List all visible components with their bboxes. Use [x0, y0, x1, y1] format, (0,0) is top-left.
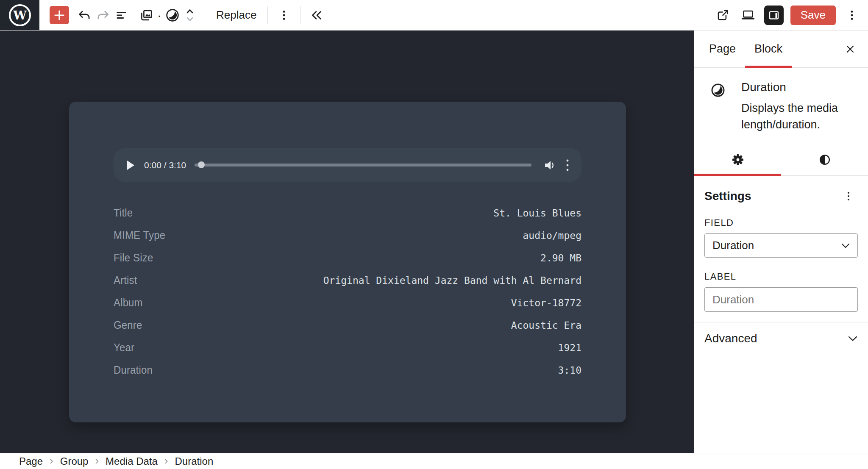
advanced-label: Advanced [704, 332, 757, 345]
media-metadata-table: Title St. Louis Blues MIME Type audio/mp… [114, 202, 581, 381]
row-label: Album [114, 296, 143, 309]
document-overview-button[interactable] [112, 6, 131, 25]
close-icon [844, 43, 857, 56]
editor-canvas: 0:00 / 3:10 Title [0, 31, 694, 453]
settings-sidebar: Page Block Duration Displays the medi [694, 31, 868, 453]
duration-block-icon [709, 81, 727, 99]
view-site-external-link-icon[interactable] [713, 6, 732, 25]
tab-block[interactable]: Block [745, 31, 792, 67]
row-label: Year [114, 341, 134, 354]
media-data-group-block[interactable]: 0:00 / 3:10 Title [69, 102, 626, 422]
parent-block-dot-separator: · [156, 8, 163, 22]
breadcrumb-item-media-data[interactable]: Media Data [106, 455, 158, 467]
row-label: Genre [114, 319, 142, 332]
settings-options-kebab-icon[interactable] [839, 187, 858, 205]
table-row[interactable]: Duration 3:10 [114, 359, 581, 381]
undo-button[interactable] [75, 6, 94, 25]
block-inserter-button[interactable] [50, 6, 69, 24]
row-value: Victor-18772 [511, 297, 581, 308]
audio-time: 0:00 / 3:10 [144, 160, 186, 170]
row-value: audio/mpeg [523, 230, 581, 241]
toolbar-separator [205, 6, 205, 24]
row-value: Acoustic Era [511, 320, 581, 331]
svg-text:W: W [13, 8, 27, 22]
label-input[interactable] [704, 287, 858, 312]
audio-player: 0:00 / 3:10 [114, 148, 581, 182]
close-sidebar-button[interactable] [841, 40, 860, 58]
inspector-tabs [694, 144, 868, 176]
block-description: Displays the media length/duration. [741, 100, 861, 133]
audio-options-kebab-icon[interactable] [565, 159, 570, 172]
block-toolbar: · Replace [39, 0, 326, 30]
gear-icon [730, 152, 746, 167]
redo-button[interactable] [94, 6, 112, 25]
block-title: Duration [741, 80, 861, 94]
audio-seek-slider[interactable] [195, 164, 531, 167]
editor-options-kebab-icon[interactable] [843, 6, 861, 25]
row-label: Artist [114, 274, 137, 287]
wordpress-logo-icon: W [8, 4, 31, 27]
row-value: Original Dixieland Jazz Band with Al Ber… [323, 275, 581, 286]
row-value: St. Louis Blues [493, 208, 581, 219]
sidebar-tabs: Page Block [694, 31, 868, 68]
row-label: File Size [114, 251, 153, 264]
block-options-kebab-icon[interactable] [275, 6, 293, 25]
editor-top-bar: W [0, 0, 868, 31]
toolbar-separator [300, 6, 300, 24]
preview-device-laptop-icon[interactable] [739, 6, 757, 25]
breadcrumb: Page › Group › Media Data › Duration [0, 453, 868, 469]
row-label: MIME Type [114, 229, 165, 242]
tab-settings[interactable] [694, 144, 781, 175]
table-row[interactable]: Album Victor-18772 [114, 291, 581, 314]
audio-seek-thumb[interactable] [198, 161, 205, 168]
move-down-chevron [187, 18, 192, 21]
row-label: Title [114, 206, 133, 219]
toolbar-separator [267, 6, 268, 24]
table-row[interactable]: Genre Acoustic Era [114, 314, 581, 336]
replace-button[interactable]: Replace [212, 5, 261, 25]
table-row[interactable]: Title St. Louis Blues [114, 202, 581, 224]
sidebar-panel-icon [766, 8, 782, 23]
collapse-toolbar-double-chevron-icon[interactable] [307, 6, 326, 25]
label-label: LABEL [704, 271, 858, 282]
tab-styles[interactable] [781, 144, 868, 175]
advanced-panel-toggle[interactable]: Advanced [704, 322, 858, 355]
styles-contrast-icon [817, 152, 832, 167]
media-data-parent-block-button[interactable] [137, 6, 156, 25]
row-value: 3:10 [558, 365, 581, 376]
field-select[interactable]: Duration [704, 233, 858, 258]
chevron-down-icon [848, 336, 858, 341]
table-row[interactable]: MIME Type audio/mpeg [114, 224, 581, 247]
move-up-chevron [187, 10, 192, 13]
row-value: 2.90 MB [540, 253, 581, 264]
block-card: Duration Displays the media length/durat… [694, 68, 868, 144]
topbar-right-actions: Save [713, 0, 868, 30]
play-icon[interactable] [125, 160, 136, 171]
save-button[interactable]: Save [790, 6, 836, 25]
table-row[interactable]: Artist Original Dixieland Jazz Band with… [114, 269, 581, 291]
block-mover [182, 6, 198, 25]
breadcrumb-separator: › [50, 455, 53, 468]
breadcrumb-separator: › [164, 455, 168, 468]
block-settings-panel: Settings FIELD Duration LABEL Advanced [694, 176, 868, 355]
breadcrumb-separator: › [95, 455, 99, 468]
settings-sidebar-toggle-button[interactable] [764, 6, 784, 25]
table-row[interactable]: File Size 2.90 MB [114, 247, 581, 269]
field-label: FIELD [704, 217, 858, 228]
wordpress-logo-button[interactable]: W [0, 0, 39, 30]
row-label: Duration [114, 364, 153, 377]
breadcrumb-item-group[interactable]: Group [60, 455, 89, 467]
table-row[interactable]: Year 1921 [114, 336, 581, 359]
breadcrumb-item-duration[interactable]: Duration [175, 455, 214, 467]
row-value: 1921 [558, 342, 581, 353]
chevron-down-icon [841, 243, 850, 248]
field-select-value: Duration [712, 239, 754, 252]
settings-heading: Settings [704, 189, 751, 203]
duration-block-icon-button[interactable] [163, 6, 182, 25]
breadcrumb-item-page[interactable]: Page [19, 455, 43, 467]
tab-page[interactable]: Page [700, 31, 745, 67]
volume-icon[interactable] [542, 158, 557, 172]
